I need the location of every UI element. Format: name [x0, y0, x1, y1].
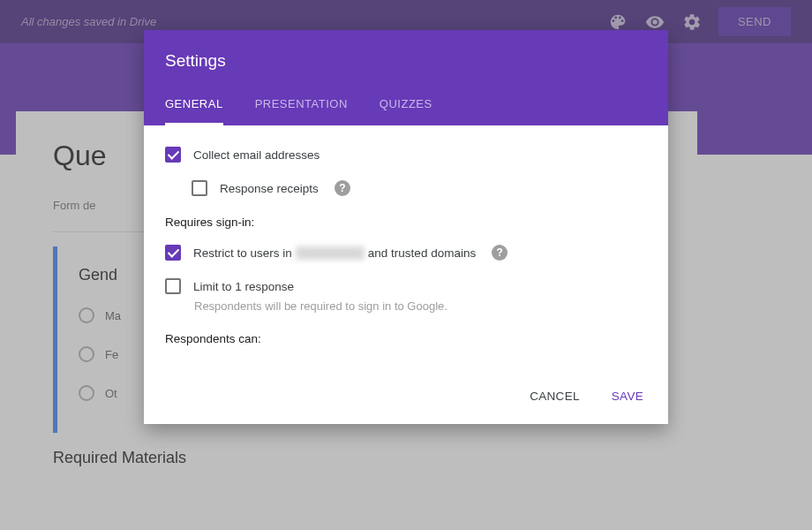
modal-title: Settings [165, 51, 647, 71]
restrict-domain-blurred: yourdomain [296, 246, 365, 260]
tab-quizzes[interactable]: QUIZZES [380, 97, 432, 125]
limit-hint: Respondents will be required to sign in … [194, 299, 647, 313]
collect-email-row: Collect email addresses [165, 147, 647, 163]
modal-body: Collect email addresses Response receipt… [144, 125, 668, 345]
save-button[interactable]: SAVE [608, 384, 647, 408]
modal-header: Settings GENERAL PRESENTATION QUIZZES [144, 30, 668, 125]
modal-tabs: GENERAL PRESENTATION QUIZZES [165, 97, 647, 125]
modal-footer: CANCEL SAVE [144, 372, 668, 424]
limit-label: Limit to 1 response [193, 280, 294, 293]
tab-general[interactable]: GENERAL [165, 97, 223, 125]
help-icon[interactable]: ? [335, 180, 350, 196]
restrict-prefix: Restrict to users in [193, 246, 296, 260]
restrict-row: Restrict to users in yourdomain and trus… [165, 245, 647, 261]
limit-checkbox[interactable] [165, 278, 181, 294]
response-receipts-checkbox[interactable] [192, 180, 207, 196]
restrict-suffix: and trusted domains [365, 246, 476, 260]
response-receipts-row: Response receipts ? [192, 180, 647, 196]
restrict-checkbox[interactable] [165, 245, 181, 261]
help-icon[interactable]: ? [492, 245, 508, 261]
collect-email-label: Collect email addresses [193, 148, 320, 162]
collect-email-checkbox[interactable] [165, 147, 181, 163]
settings-modal: Settings GENERAL PRESENTATION QUIZZES Co… [144, 30, 668, 424]
limit-row: Limit to 1 response [165, 278, 647, 294]
cancel-button[interactable]: CANCEL [526, 384, 583, 408]
respondents-heading: Respondents can: [165, 332, 647, 345]
restrict-label: Restrict to users in yourdomain and trus… [193, 246, 476, 260]
response-receipts-label: Response receipts [220, 182, 319, 195]
tab-presentation[interactable]: PRESENTATION [255, 97, 348, 125]
requires-signin-heading: Requires sign-in: [165, 216, 647, 229]
